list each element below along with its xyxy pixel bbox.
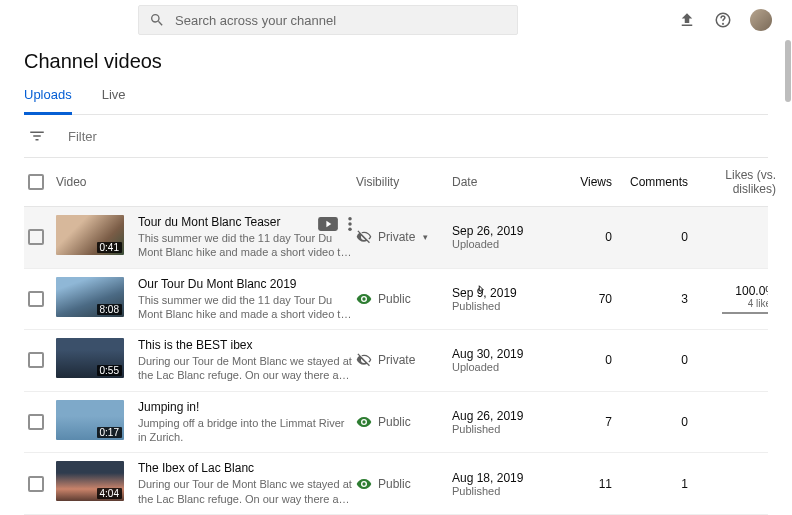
video-thumbnail[interactable]: 4:04 bbox=[56, 461, 124, 501]
filter-input[interactable] bbox=[68, 129, 268, 144]
col-video: Video bbox=[56, 175, 356, 189]
search-box[interactable] bbox=[138, 5, 518, 35]
video-thumbnail[interactable]: 0:41 bbox=[56, 215, 124, 255]
visibility-cell: Public bbox=[356, 291, 452, 307]
date-value: Aug 30, 2019 bbox=[452, 347, 558, 361]
video-description: This summer we did the 11 day Tour Du Mo… bbox=[138, 293, 352, 322]
tab-uploads[interactable]: Uploads bbox=[24, 87, 72, 115]
row-checkbox[interactable] bbox=[28, 229, 44, 245]
video-thumbnail[interactable]: 0:55 bbox=[56, 338, 124, 378]
tab-live[interactable]: Live bbox=[102, 87, 126, 114]
likes-cell: – bbox=[694, 415, 768, 429]
topbar bbox=[0, 0, 792, 40]
duration-badge: 0:17 bbox=[97, 427, 122, 438]
svg-point-3 bbox=[348, 217, 352, 221]
row-checkbox[interactable] bbox=[28, 352, 44, 368]
comments-value: 0 bbox=[618, 415, 694, 429]
likes-cell: 100.0% 4 likes bbox=[694, 284, 768, 314]
date-value: Sep 9, 2019 bbox=[452, 286, 558, 300]
duration-badge: 0:41 bbox=[97, 242, 122, 253]
video-description: This summer we did the 11 day Tour Du Mo… bbox=[138, 231, 352, 260]
views-value: 0 bbox=[558, 230, 618, 244]
date-sublabel: Uploaded bbox=[452, 361, 558, 373]
row-checkbox[interactable] bbox=[28, 291, 44, 307]
table-row[interactable]: 0:41 Tour du Mont Blanc Teaser This summ… bbox=[24, 207, 768, 269]
date-cell: Sep 26, 2019 Uploaded bbox=[452, 224, 558, 250]
col-date: Date bbox=[452, 175, 558, 189]
duration-badge: 0:55 bbox=[97, 365, 122, 376]
comments-value: 1 bbox=[618, 477, 694, 491]
private-icon bbox=[356, 352, 372, 368]
likes-value: – bbox=[694, 415, 768, 429]
svg-point-4 bbox=[348, 222, 352, 226]
date-value: Aug 18, 2019 bbox=[452, 471, 558, 485]
video-rows: 0:41 Tour du Mont Blanc Teaser This summ… bbox=[24, 207, 768, 515]
svg-point-5 bbox=[348, 228, 352, 232]
search-input[interactable] bbox=[175, 13, 507, 28]
visibility-label: Private bbox=[378, 230, 415, 244]
visibility-label: Public bbox=[378, 415, 411, 429]
col-views: Views bbox=[558, 175, 618, 189]
more-icon[interactable] bbox=[348, 217, 352, 231]
date-cell: Aug 26, 2019 Published bbox=[452, 409, 558, 435]
table-row[interactable]: 0:17 Jumping in! Jumping off a bridge in… bbox=[24, 392, 768, 454]
date-cell: Aug 18, 2019 Published bbox=[452, 471, 558, 497]
main: Channel videos Uploads Live Video Visibi… bbox=[0, 40, 792, 515]
public-icon bbox=[356, 476, 372, 492]
date-sublabel: Published bbox=[452, 423, 558, 435]
col-visibility: Visibility bbox=[356, 175, 452, 189]
search-icon bbox=[149, 12, 165, 28]
public-icon bbox=[356, 291, 372, 307]
views-value: 11 bbox=[558, 477, 618, 491]
avatar[interactable] bbox=[750, 9, 772, 31]
likes-value: 100.0% bbox=[694, 284, 768, 298]
date-value: Sep 26, 2019 bbox=[452, 224, 558, 238]
video-thumbnail[interactable]: 0:17 bbox=[56, 400, 124, 440]
public-icon bbox=[356, 414, 372, 430]
likes-cell: – bbox=[694, 230, 768, 244]
table-row[interactable]: 8:08 Our Tour Du Mont Blanc 2019 This su… bbox=[24, 269, 768, 331]
duration-badge: 8:08 bbox=[97, 304, 122, 315]
video-description: During our Tour de Mont Blanc we stayed … bbox=[138, 477, 352, 506]
likes-cell: – bbox=[694, 477, 768, 491]
date-cell: Aug 30, 2019 Uploaded bbox=[452, 347, 558, 373]
row-checkbox[interactable] bbox=[28, 414, 44, 430]
scrollbar[interactable] bbox=[785, 40, 791, 102]
duration-badge: 4:04 bbox=[97, 488, 122, 499]
filter-icon[interactable] bbox=[28, 127, 46, 145]
visibility-cell: Private bbox=[356, 352, 452, 368]
video-title[interactable]: The Ibex of Lac Blanc bbox=[138, 461, 352, 475]
comments-value: 3 bbox=[618, 292, 694, 306]
table-row[interactable]: 0:55 This is the BEST ibex During our To… bbox=[24, 330, 768, 392]
upload-icon[interactable] bbox=[678, 11, 696, 29]
date-sublabel: Published bbox=[452, 485, 558, 497]
comments-value: 0 bbox=[618, 353, 694, 367]
views-value: 0 bbox=[558, 353, 618, 367]
likes-sublabel: 4 likes bbox=[694, 298, 768, 309]
video-title[interactable]: Our Tour Du Mont Blanc 2019 bbox=[138, 277, 352, 291]
views-value: 7 bbox=[558, 415, 618, 429]
table-row[interactable]: 4:04 The Ibex of Lac Blanc During our To… bbox=[24, 453, 768, 515]
col-comments: Comments bbox=[618, 175, 694, 189]
page-title: Channel videos bbox=[24, 50, 768, 73]
views-value: 70 bbox=[558, 292, 618, 306]
comments-value: 0 bbox=[618, 230, 694, 244]
date-value: Aug 26, 2019 bbox=[452, 409, 558, 423]
video-thumbnail[interactable]: 8:08 bbox=[56, 277, 124, 317]
video-description: During our Tour de Mont Blanc we stayed … bbox=[138, 354, 352, 383]
visibility-label: Public bbox=[378, 292, 411, 306]
row-checkbox[interactable] bbox=[28, 476, 44, 492]
row-hover-actions bbox=[318, 217, 352, 231]
likes-value: – bbox=[694, 477, 768, 491]
video-title[interactable]: Jumping in! bbox=[138, 400, 352, 414]
likes-cell: – bbox=[694, 353, 768, 367]
select-all-checkbox[interactable] bbox=[28, 174, 44, 190]
topbar-actions bbox=[678, 9, 772, 31]
youtube-icon[interactable] bbox=[318, 217, 338, 231]
video-title[interactable]: This is the BEST ibex bbox=[138, 338, 352, 352]
help-icon[interactable] bbox=[714, 11, 732, 29]
visibility-cell[interactable]: Private bbox=[356, 229, 452, 245]
filter-row bbox=[24, 115, 768, 157]
visibility-label: Private bbox=[378, 353, 415, 367]
likes-value: – bbox=[694, 353, 768, 367]
